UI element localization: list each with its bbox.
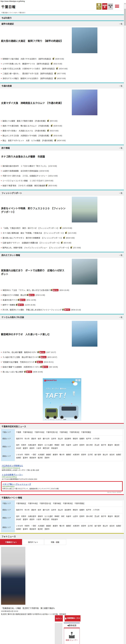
region-city-links[interactable]: いすみ市 市原市 一宮町 大多喜町 御宿町 勝浦市 鴨川市 鋸南町 木更津市 君… (15, 452, 123, 461)
article-link[interactable]: 長浦沖の夜アナゴ (2, 299, 17, 301)
sidebar-register-button[interactable]: 新規登録は こちら (64, 615, 80, 622)
tab-chiba-photo[interactable]: 千葉県内フォト (0, 539, 22, 545)
article-date: (2/1 5:00) (73, 247, 81, 249)
article-link[interactable]: 二兎追う者一兎をも… 豊浜港アマダイ五目 【総竿の釣遊記】 (2, 72, 54, 74)
article-link[interactable]: 全員４０匹以上の大漁 川津沖のヤリイカ釣り 【総竿の釣遊記】 (2, 68, 56, 70)
bullet-icon (1, 73, 1, 74)
article-link[interactable]: 保田沖のＬＴ五目 「ククン、来た」食いが立てば多点掛け (2, 289, 50, 291)
region-city-links[interactable]: 千葉県 千葉市稲毛区 千葉市中央区 千葉市花見川区 千葉市緑区 千葉市美浜区 千… (15, 429, 123, 436)
daihatsu-taft-ad[interactable]: DDAIHATSU i × ジブン、オープン！ 青空SUV TAFT！ 誕生 デ… (43, 378, 81, 421)
article-link[interactable]: 市原でタナゴ釣り大会 ２０日、台風被災チャリティー (2, 175, 47, 177)
scrollbar-track[interactable] (124, 3, 126, 644)
site-logo[interactable]: 千葉日報 (1, 4, 16, 9)
article-link[interactable]: 「水雷」で満足の釣行 東京・深川でハゼ 【フィッシングリポート】 (2, 227, 59, 229)
photo-news-caption: 乳児死亡事件を受け臨時記者会見で謝罪する市原市の小出市長＝１２日午後、同市役所 (1, 613, 123, 615)
region-city-links[interactable]: 旭市 印西市 大網白里市 香取市 九十九里町 神崎町 栄町 佐倉市 山武市 匝瑳… (15, 513, 123, 523)
article-list-item: 館山 良型アマダイヒット 大原 ヒラメ順調 【今週の釣果】(4/24 5:00) (1, 138, 123, 143)
featured-thumbnail[interactable] (72, 90, 97, 115)
photo-news-tabs: 千葉県内フォト 国内外フォト 特集・連載 (0, 539, 124, 545)
daihatsu-logo: D (44, 380, 46, 382)
list-all-link[interactable]: 一覧 (119, 147, 123, 149)
scrollbar-up-arrow[interactable] (124, 3, 126, 4)
article-link[interactable]: タナゴ通じ復興支援 被災「市原園」で慈善大会 【フィッシングリポート】 (2, 232, 64, 234)
article-link[interactable]: 国内最大級の見本市 １７日から横浜で「釣りフェス」 (2, 165, 47, 167)
article-link[interactable]: 歓声あふれ、体験や啓発 ジャパンフィッシングショー 【フィッシングリポート】 (2, 247, 70, 249)
article-link[interactable]: 飯岡ヒラメ解禁 鹿島フグ数釣り期待 【今週の釣果】 (2, 120, 47, 122)
article-link[interactable]: 終盤のカワハギ順調 館山湾 (2, 294, 26, 296)
article-link[interactable]: 公認釣り指導員募集 全日本釣り団体協議会 (2, 170, 38, 172)
ad-title-link[interactable]: イタリア製シークレットシューズ (2, 483, 121, 486)
region-city-links[interactable]: 旭市 印西市 大網白里市 香取市 九十九里町 神崎町 栄町 佐倉市 山武市 匝瑳… (15, 442, 123, 452)
breadcrumb[interactable]: 千葉日報オンラインTOP > 千葉の釣り (0, 11, 124, 14)
list-all-link[interactable]: 一覧 (119, 84, 123, 87)
region-city-links[interactable]: 我孫子市 市川市 浦安市 柏市 鎌ケ谷市 白井市 流山市 習志野市 野田市 船橋… (15, 507, 123, 513)
article-link[interactable]: シケ中で釣果いまいち 勝浦沖ヤリイカ 【総竿の釣遊記】 (2, 63, 50, 65)
featured-title[interactable]: タナゴ釣り大会落合さんが優勝 市原園 (1, 155, 66, 158)
key-icon (55, 73, 56, 74)
menu-icon[interactable] (115, 5, 119, 8)
bullet-icon (1, 121, 1, 121)
featured-title[interactable]: 超大型の連続に大満足 飯岡フグ釣り 【総竿の釣遊記】 (1, 39, 66, 43)
divider (64, 623, 80, 623)
ad-title-link[interactable]: 川口市のホンダ新車なら (2, 464, 122, 467)
featured-title[interactable]: 多彩なイベントや特典 釣りフェス２０２０ 【フィッシングリポート】 (1, 207, 66, 214)
article-link[interactable]: 短時間でツ抜け達成 大原イサキ五目釣り 【総竿の釣遊記】 (2, 58, 52, 60)
article-link[interactable]: 鹿島マダイ好食い 大洗狙えるメバル 【今週の釣果】 (2, 130, 47, 132)
list-all-link[interactable]: 一覧 (119, 254, 123, 256)
register-button[interactable]: 新規登録 (102, 3, 107, 10)
article-link[interactable]: 外川沖、飯岡沖ヒラメ爆釣 手軽に楽しめる秋のファミリーフィッシング (2, 309, 62, 311)
article-link[interactable]: 夕まずめ、初心者が奮闘 飯岡沖のマダイ (2, 351, 37, 353)
latest-paper-link[interactable]: ◀最新紙面 (64, 624, 80, 626)
key-icon (63, 237, 65, 239)
article-link[interactable]: 館山オニカサゴ大漁 大原相浜イサキ快釣 【今週の釣果】 (2, 134, 50, 137)
featured-thumbnail[interactable] (72, 28, 97, 53)
article-link[interactable]: 船長の“講義”で土産確保 木更津沖のイイダコ (2, 366, 40, 368)
region-row: 千葉エリア 千葉県 千葉市稲毛区 千葉市中央区 千葉市花見川区 千葉市緑区 千葉… (1, 429, 123, 436)
ad-close-icon[interactable]: × (78, 379, 80, 382)
latest-paper-thumbnail[interactable] (55, 623, 62, 644)
featured-title[interactable]: 観音崎沖のタチウオ 入れ食いモード楽しむ (1, 333, 66, 336)
bullet-icon (1, 372, 1, 372)
region-city-links[interactable]: いすみ市 市原市 一宮町 大多喜町 御宿町 勝浦市 鴨川市 鋸南町 木更津市 君… (15, 523, 123, 532)
list-all-link[interactable]: 一覧 (119, 192, 123, 194)
paper-viewer-button[interactable]: 紙面 ビューアー (64, 628, 80, 644)
key-icon (62, 309, 64, 310)
region-city-links[interactable]: 千葉市稲毛区 千葉市中央区 千葉市花見川区 千葉市緑区 千葉市美浜区 千葉市若葉… (15, 500, 123, 507)
article-link[interactable]: 納竿で一発勝負 (2, 304, 15, 306)
bullet-icon (1, 135, 1, 136)
tab-domestic-photo[interactable]: 国内外フォト (22, 539, 44, 545)
bulb-icon (65, 618, 66, 619)
sidebar-login-button[interactable]: ログイン (55, 615, 63, 622)
article-link[interactable]: 館山 良型アマダイヒット 大原 ヒラメ順調 【今週の釣果】 (2, 140, 54, 142)
article-link[interactable]: 夏の思い出にアジやマダコ 親子釣り体験教室 【フィッシングリポート】 (2, 237, 63, 239)
article-link[interactable]: 絵画で“魚愛”発信 さかなクン初個展 東京日動画廊 (2, 184, 45, 187)
featured-thumbnail[interactable] (72, 321, 97, 346)
scrollbar-thumb[interactable] (124, 9, 126, 26)
region-city-links[interactable]: 我孫子市 市川市 浦安市 柏市 鎌ケ谷市 白井市 流山市 習志野市 野田市 船橋… (15, 436, 123, 442)
section-fishing-report: フィッシングリポート 一覧 多彩なイベントや特典 釣りフェス２０２０ 【フィッシ… (0, 190, 124, 252)
epaper-button[interactable]: 電子新聞 (108, 3, 113, 10)
featured-title[interactable]: 家族連れは船だまり ボートでは数釣り 近場のハゼ好スポット (1, 269, 66, 276)
featured-title[interactable]: 太東マダイ大漁 洲崎南狙えるクロムツ 【今週の釣果】 (1, 101, 66, 105)
featured-article: 家族連れは船だまり ボートでは数釣り 近場のハゼ好スポット (0, 258, 124, 287)
featured-thumbnail[interactable] (72, 259, 97, 284)
article-link[interactable]: 伝統“友釣り”でゲット 全国鮎釣り制覇の旅 【フィッシングリポート】 (2, 242, 60, 244)
article-link[interactable]: 南房イサキ連日快釣 鴨川狙えるクロムツ 【今週の釣果】 (2, 125, 50, 127)
photo-news-article-title[interactable]: 「危機意識欠如」と陳謝 乳児死亡で市原市長 第三者委で検証も (1, 607, 123, 609)
login-button[interactable]: ログイン (96, 3, 102, 10)
article-link[interactable]: “初挑戦”の友が奮戦 竹岡沖のカワハギ (2, 361, 34, 363)
article-link[interactable]: 多彩なゲストが魅力 飯岡沖コマセ五目釣り 【総竿の釣遊記】 (2, 78, 54, 80)
photo-news-image[interactable] (1, 547, 25, 605)
bullet-icon (1, 248, 1, 248)
tab-feature-series[interactable]: 特集・連載 (44, 539, 66, 545)
ad-title-link[interactable]: トヨタの新車ディーラー (2, 473, 122, 476)
key-icon (51, 135, 52, 136)
featured-thumbnail[interactable] (72, 197, 97, 222)
article-list-item: 公認釣り指導員募集 全日本釣り団体協議会(10/18 5:00) (1, 168, 123, 173)
article-link[interactable]: 思い出いっぱい“船上教室” (2, 371, 23, 373)
list-all-link[interactable]: 一覧 (119, 22, 123, 25)
ad-info-icon[interactable]: i (75, 379, 78, 382)
article-link[interactable]: ５人組の“若さ”に完敗 館山湾午後カワハギ (2, 356, 38, 358)
list-all-link[interactable]: 一覧 (119, 316, 123, 318)
article-link[interactable]: シーバスフォトコンテスト開催 １１月３０日まで (2, 180, 44, 182)
